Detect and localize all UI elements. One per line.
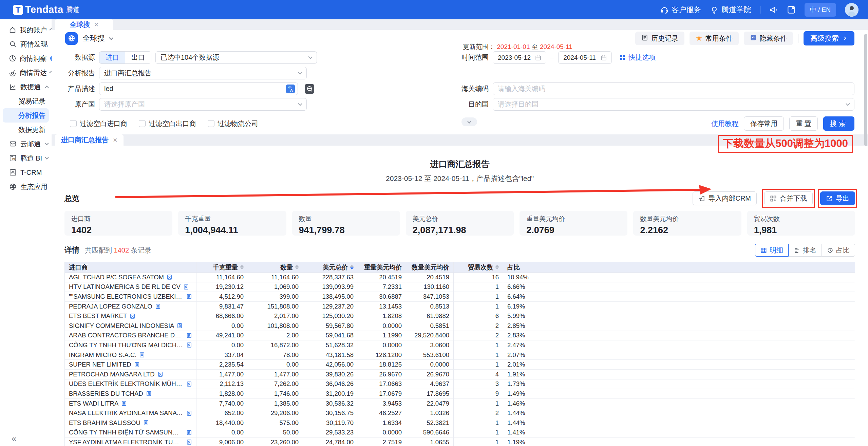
avatar[interactable] — [845, 3, 858, 17]
fullscreen-icon[interactable] — [787, 5, 796, 14]
column-header-6[interactable]: 贸易次数 — [454, 262, 503, 273]
date-from-input[interactable]: 2023-05-12 — [493, 51, 546, 64]
sidebar-item-11[interactable]: 生态应用 — [0, 180, 52, 194]
import-toggle[interactable]: 进口 — [99, 52, 125, 63]
sidebar-item-5[interactable]: 贸易记录 — [0, 94, 52, 108]
date-to-input[interactable]: 2024-05-11 — [558, 51, 612, 64]
sort-icon[interactable] — [495, 265, 499, 270]
export-button[interactable]: 导出 — [820, 191, 855, 205]
megaphone-icon[interactable] — [769, 5, 778, 14]
academy-link[interactable]: 腾道学院 — [710, 5, 751, 15]
contact-card-icon[interactable] — [186, 381, 192, 387]
importer-name[interactable]: PEDRAJA LOPEZ GONZALO — [69, 303, 152, 310]
column-header-3[interactable]: 美元总价 — [303, 262, 358, 273]
contact-card-icon[interactable] — [143, 420, 149, 426]
hs-code-input[interactable] — [493, 82, 854, 95]
view-tab-2[interactable]: 占比 — [822, 244, 855, 257]
importer-name[interactable]: INGRAM MICRO S.A.C. — [69, 351, 136, 359]
tab-importer-report[interactable]: 进口商汇总报告 × — [55, 134, 124, 146]
sidebar-item-8[interactable]: 云邮通 — [0, 137, 52, 151]
sort-icon[interactable] — [350, 265, 354, 270]
contact-card-icon[interactable] — [186, 294, 192, 299]
language-switch[interactable]: 中 / EN — [805, 3, 836, 17]
customer-service-link[interactable]: 客户服务 — [660, 5, 701, 15]
sort-icon[interactable] — [295, 265, 299, 270]
advanced-search-button[interactable]: 高级搜索 — [804, 31, 854, 45]
smart-match-icon[interactable] — [305, 84, 314, 94]
header-button-1[interactable]: ★常用条件 — [690, 32, 739, 45]
sidebar-item-6[interactable]: 分析报告 — [3, 108, 49, 123]
import-crm-button[interactable]: 导入内部CRM — [693, 191, 757, 205]
close-icon[interactable]: × — [113, 136, 117, 145]
contact-card-icon[interactable] — [186, 439, 192, 445]
tendata-logo[interactable]: T Tendata 腾道 — [13, 4, 80, 15]
importer-name[interactable]: SIGNIFY COMMERCIAL INDONESIA — [69, 322, 174, 330]
contact-card-icon[interactable] — [186, 410, 192, 416]
importer-name[interactable]: NASA ELEKTRİK AYDINLATMA SANAYİ VE TİCAR… — [69, 409, 184, 417]
sidebar-item-7[interactable]: 数据更新 — [0, 123, 52, 137]
report-type-select[interactable]: 进口商汇总报告 — [99, 67, 307, 79]
sidebar-item-3[interactable]: 商情雷达 — [0, 66, 52, 80]
importer-name[interactable]: PETROCHAD MANGARA LTD — [69, 371, 155, 378]
origin-country-select[interactable]: 请选择原产国 — [99, 98, 307, 111]
sidebar-item-10[interactable]: T-CRM — [0, 165, 52, 180]
contact-card-icon[interactable] — [186, 333, 192, 338]
column-header-2[interactable]: 数量 — [248, 262, 303, 273]
contact-card-icon[interactable] — [134, 362, 140, 368]
importer-name[interactable]: YSF AYDINLATMA ELEKTRONİK TURİZM SANAYİ … — [69, 439, 184, 446]
save-favorite-button[interactable]: 保存常用 — [744, 116, 784, 131]
contact-card-icon[interactable] — [177, 323, 183, 329]
contact-card-icon[interactable] — [186, 430, 192, 435]
merge-download-button[interactable]: 合并下载 — [764, 191, 813, 205]
collapse-form-button[interactable] — [461, 117, 477, 126]
contact-card-icon[interactable] — [183, 284, 189, 290]
sidebar-item-9[interactable]: BI腾道 BI — [0, 151, 52, 165]
importer-name[interactable]: ETS BEST MARKET — [69, 312, 127, 320]
importer-name[interactable]: SUPER NET LIMITED — [69, 361, 131, 368]
filter-checkbox-0[interactable]: 过滤空白进口商 — [70, 119, 127, 128]
quick-options-link[interactable]: 快捷选项 — [619, 53, 656, 62]
importer-name[interactable]: CÔNG TY TNHH THƯƠNG MẠI DỊCH VỤ ĐIỆN MẠN… — [69, 341, 184, 349]
export-toggle[interactable]: 出口 — [125, 52, 151, 63]
sidebar-item-0[interactable]: 我的账户 — [0, 23, 52, 37]
translate-icon[interactable]: 中A — [286, 85, 295, 95]
importer-name[interactable]: ""SAMSUNG ELECTRONICS UZBEKISTAN"" mas`u… — [69, 293, 184, 300]
column-header-1[interactable]: 千克重量 — [196, 262, 248, 273]
contact-card-icon[interactable] — [157, 371, 163, 377]
importer-name[interactable]: ETS BRAHIM SALISSOU — [69, 419, 140, 427]
contact-card-icon[interactable] — [121, 401, 127, 406]
importer-name[interactable]: CÔNG TY TNHH ĐIỆN TỬ SAMSUNG HCMC CE COM… — [69, 429, 184, 436]
sidebar-item-2[interactable]: 商情洞察PRO — [0, 51, 52, 66]
sidebar-collapse-icon[interactable]: « — [12, 433, 16, 444]
view-tab-1[interactable]: 排名 — [788, 244, 822, 257]
sort-icon[interactable] — [240, 265, 244, 270]
tab-global-search[interactable]: 全球搜 × — [55, 19, 113, 30]
reset-button[interactable]: 重 置 — [789, 116, 818, 131]
contact-card-icon[interactable] — [146, 391, 152, 396]
importer-name[interactable]: ETS WADI LITRA — [69, 400, 118, 407]
importer-name[interactable]: AGL TCHAD P/C SOGEA SATOM — [69, 274, 164, 281]
importer-name[interactable]: UDES ELEKTRİK ELEKTRONİK MÜHENDİSLİK SAN… — [69, 380, 184, 388]
importer-name[interactable]: BRASSERIES DU TCHAD — [69, 390, 143, 397]
close-icon[interactable]: × — [94, 20, 99, 29]
sidebar-item-1[interactable]: 商情发现 — [0, 37, 52, 51]
product-desc-input[interactable] — [99, 82, 298, 95]
vertical-scrollbar-thumb[interactable] — [864, 34, 867, 146]
filter-checkbox-2[interactable]: 过滤物流公司 — [208, 119, 258, 128]
globe-icon[interactable] — [65, 32, 78, 45]
data-source-select[interactable]: 已选中104个数据源 — [155, 51, 317, 64]
importer-name[interactable]: HTV LATINOAMERICA S DE RL DE CV — [69, 283, 181, 291]
tutorial-link[interactable]: 使用教程 — [711, 119, 738, 128]
contact-card-icon[interactable] — [186, 342, 192, 348]
contact-card-icon[interactable] — [167, 274, 172, 280]
dest-country-select[interactable]: 请选择目的国 — [493, 98, 854, 111]
sidebar-item-4[interactable]: 数据通 — [0, 80, 52, 94]
view-tab-0[interactable]: 明细 — [755, 244, 789, 257]
search-button[interactable]: 搜索 — [823, 116, 854, 131]
contact-card-icon[interactable] — [130, 313, 135, 319]
header-button-0[interactable]: 历史记录 — [635, 32, 684, 45]
header-button-2[interactable]: 隐藏条件 — [744, 32, 793, 45]
contact-card-icon[interactable] — [155, 303, 161, 309]
importer-name[interactable]: ARAB CONTRACTORS BRANCHE DU TCHAD — [69, 332, 184, 339]
filter-checkbox-1[interactable]: 过滤空白出口商 — [139, 119, 196, 128]
